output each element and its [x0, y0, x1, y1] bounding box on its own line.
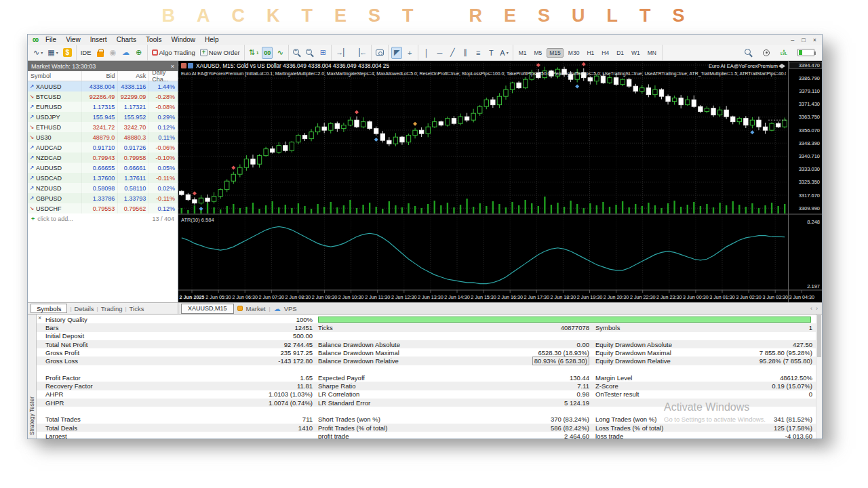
tester-row[interactable]: Initial Deposit500.00 — [37, 332, 822, 340]
timeframe-d1[interactable]: D1 — [614, 48, 627, 58]
tester-row[interactable]: Total Net Profit92 744.45Balance Drawdow… — [37, 340, 822, 348]
scrollbar-thumb[interactable] — [817, 315, 821, 357]
chart-style-button[interactable]: ▦▾ — [46, 47, 59, 59]
ide-button[interactable]: IDE — [79, 47, 93, 59]
market-watch-row[interactable]: ↗AUDUSD0.666550.666610.05% — [28, 163, 178, 173]
menu-charts[interactable]: Charts — [112, 36, 141, 43]
tester-row[interactable]: Gross Loss-143 172.80Balance Drawdown Re… — [37, 357, 822, 365]
timeframe-w1[interactable]: W1 — [629, 48, 643, 58]
timeframe-m1[interactable]: M1 — [516, 48, 530, 58]
zoom-out-button[interactable] — [304, 47, 315, 59]
tester-scrollbar[interactable] — [816, 314, 822, 439]
zoom-in-button[interactable] — [292, 47, 302, 59]
menu-tools[interactable]: Tools — [141, 36, 166, 43]
menu-view[interactable]: View — [61, 36, 85, 43]
column-header-3[interactable]: Daily Cha... — [149, 71, 178, 81]
add-symbol-icon[interactable]: + — [31, 216, 35, 222]
close-icon[interactable]: × — [38, 314, 41, 321]
column-header-0[interactable]: Symbol — [28, 71, 82, 81]
connection-battery[interactable] — [796, 47, 816, 59]
minimize-icon[interactable]: – — [791, 37, 794, 43]
cash-balance-button[interactable]: $ — [62, 47, 73, 59]
cursor-button[interactable]: ◤ — [391, 47, 402, 59]
screenshot-button[interactable] — [374, 47, 385, 59]
timeframe-m30[interactable]: M30 — [566, 48, 583, 58]
close-icon[interactable]: × — [813, 37, 816, 43]
tab-symbols[interactable]: Symbols — [31, 304, 67, 313]
algo-trading-button[interactable]: Algo Trading — [151, 47, 197, 59]
tab-vps[interactable]: VPS — [284, 305, 297, 312]
marketplace-lock-button[interactable] — [95, 47, 106, 59]
column-header-1[interactable]: Bid — [82, 71, 119, 81]
channel-button[interactable]: ∥ — [460, 47, 471, 59]
strategy-tester-side-tab[interactable]: Strategy Tester — [28, 314, 37, 439]
crosshair-button[interactable]: + — [404, 47, 415, 59]
market-watch-row[interactable]: ↘US3048879.048880.30.11% — [28, 132, 178, 142]
column-header-2[interactable]: Ask — [118, 71, 149, 81]
timeframe-h4[interactable]: H4 — [599, 48, 612, 58]
tab-ticks[interactable]: Ticks — [130, 305, 144, 312]
market-watch-row[interactable]: ↗NZDUSD0.580980.581100.02% — [28, 183, 178, 193]
timeframe-m15[interactable]: M15 — [547, 48, 564, 58]
timeframe-h1[interactable]: H1 — [584, 48, 597, 58]
profile-button[interactable] — [761, 47, 772, 59]
timeframe-mn[interactable]: MN — [645, 48, 659, 58]
chevron-down-icon: ▾ — [56, 50, 58, 55]
vertical-line-button[interactable]: │ — [421, 47, 432, 59]
tab-xauusd-m15[interactable]: XAUUSD,M15 — [181, 304, 234, 314]
new-order-button[interactable]: +New Order — [199, 47, 241, 59]
tab-details[interactable]: Details — [75, 305, 94, 312]
text-tool-button[interactable]: T — [486, 47, 496, 59]
chart-bars-button[interactable]: ∿▾ — [32, 47, 44, 59]
menu-insert[interactable]: Insert — [85, 36, 112, 43]
tester-row[interactable]: Largestprofit trade2 464.60loss trade-4 … — [37, 432, 822, 439]
market-watch-row[interactable]: ↗EURUSD1.173151.17321-0.08% — [28, 102, 178, 112]
market-watch-row[interactable]: ↗NZDCAD0.799430.79958-0.10% — [28, 152, 178, 163]
tab-nav-left-icon[interactable]: ‹ — [810, 305, 812, 312]
close-icon[interactable]: × — [171, 63, 174, 70]
market-watch-row[interactable]: ↘ETHUSD3241.723242.700.12% — [28, 122, 178, 132]
tester-row[interactable]: History Quality100% — [37, 315, 822, 323]
tab-nav-arrows: ‹ › — [810, 305, 822, 312]
tester-row[interactable] — [37, 365, 822, 373]
menu-help[interactable]: Help — [200, 36, 224, 43]
tester-row[interactable]: Total Deals1410Profit Trades (% of total… — [37, 424, 822, 432]
fibonacci-button[interactable]: ≡ — [473, 47, 484, 59]
chart-area[interactable]: 3394.4703386.7903379.1103371.4303363.750… — [178, 61, 822, 302]
market-watch-row[interactable]: ↘BTCUSD92286.4992299.09-0.28% — [28, 92, 178, 102]
tile-windows-button[interactable]: ⊞ — [317, 47, 328, 59]
tab-nav-right-icon[interactable]: › — [816, 305, 818, 312]
market-watch-row[interactable]: ↗XAUUSD4338.0044338.1161.44% — [28, 81, 178, 92]
objects-button[interactable]: A▾ — [498, 47, 509, 59]
horizontal-line-button[interactable]: ─ — [434, 47, 445, 59]
timeframe-m5[interactable]: M5 — [531, 48, 545, 58]
signals-button[interactable]: ◉ — [108, 47, 119, 59]
cloud-sync-button[interactable]: ☁ — [121, 47, 132, 59]
market-watch-row[interactable]: ↗USDCAD1.376001.37611-0.11% — [28, 173, 178, 183]
tester-row[interactable]: Profit Factor1.65Expected Payoff130.44Ma… — [37, 373, 822, 382]
menu-file[interactable]: File — [41, 36, 61, 43]
tester-row[interactable]: Recovery Factor11.81Sharpe Ratio7.11Z-Sc… — [37, 382, 822, 390]
chart-shift-button[interactable]: →▏ — [334, 47, 350, 59]
auto-scroll-button[interactable]: ▕← — [353, 47, 368, 59]
tester-row[interactable]: Gross Profit235 917.25Balance Drawdown M… — [37, 348, 822, 357]
restore-icon[interactable]: □ — [802, 37, 805, 43]
trendline-button[interactable]: ╱ — [447, 47, 458, 59]
menu-window[interactable]: Window — [166, 36, 200, 43]
market-watch-row[interactable]: ↗AUDCAD0.917100.91726-0.06% — [28, 142, 178, 152]
market-watch-row[interactable]: ↗GBPUSD1.337861.33793-0.11% — [28, 193, 178, 203]
price-chart-svg[interactable]: 3394.4703386.7903379.1103371.4303363.750… — [178, 61, 822, 302]
depth-of-market-button[interactable]: ⇅1 — [248, 47, 260, 59]
market-watch-row[interactable]: ↗USDJPY155.945155.9520.29% — [28, 112, 178, 122]
market-watch-row[interactable]: ↘USDCHF0.795530.795620.12% — [28, 203, 178, 214]
tester-row[interactable]: Bars12451Ticks40877078Symbols1 — [37, 323, 822, 331]
quotes-button[interactable]: 00 — [262, 47, 273, 59]
tester-row[interactable]: AHPR1.0103 (1.03%)LR Correlation0.98OnTe… — [37, 390, 822, 399]
level-button[interactable]: ▲LVL — [778, 47, 789, 59]
add-symbol-label[interactable]: click to add... — [37, 216, 73, 222]
tick-chart-button[interactable]: ∿ — [275, 47, 285, 59]
tab-trading[interactable]: Trading — [101, 305, 123, 312]
search-button[interactable] — [743, 47, 754, 59]
tab-market[interactable]: Market — [246, 305, 266, 312]
community-button[interactable]: ⊕ — [134, 47, 144, 59]
